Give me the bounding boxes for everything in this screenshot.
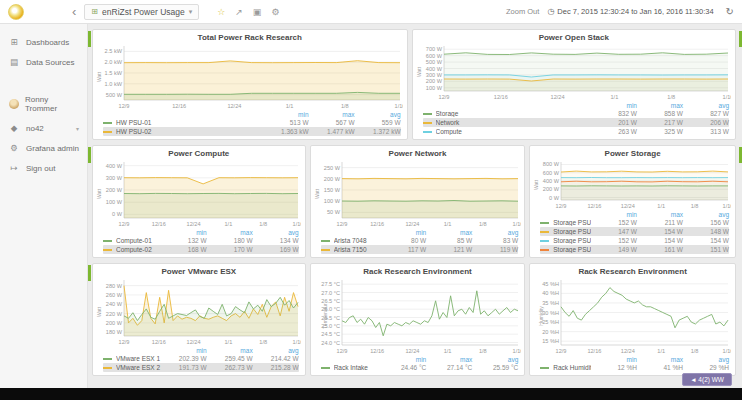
time-range-button[interactable]: ◷ Dec 7, 2015 12:30:24 to Jan 16, 2016 1…	[547, 7, 713, 16]
legend-row[interactable]: Compute263 W325 W313 W	[423, 127, 729, 136]
series-color-icon[interactable]	[103, 367, 112, 369]
time-series-chart[interactable]: 400 W300 W200 W100 W0 W12/912/1612/241/1…	[97, 159, 301, 228]
legend-series-label[interactable]: Compute-02	[116, 246, 161, 253]
signout-icon: ↦	[8, 163, 20, 173]
legend-table: minmaxavgStorage832 W858 W827 WNetwork20…	[413, 101, 735, 139]
series-color-icon[interactable]	[423, 113, 432, 115]
row-collapse-tab[interactable]	[88, 265, 91, 281]
series-color-icon[interactable]	[321, 240, 330, 242]
legend-table: minmaxavgVMware ESX 1202.39 W259.45 W214…	[93, 346, 305, 375]
legend-row[interactable]: Compute-02168 W170 W169 W	[103, 245, 299, 254]
time-series-chart[interactable]: 27.5 °C27.0 °C26.5 °C26.0 °C25.5 °C25.0 …	[315, 277, 521, 355]
panel-title[interactable]: Power Open Stack	[413, 30, 735, 43]
sidebar-item-ronny-trommer[interactable]: Ronny Trommer	[0, 90, 87, 118]
sidebar-item-data-sources[interactable]: ▤Data Sources	[0, 52, 87, 72]
time-series-chart[interactable]: 700 W600 W500 W400 W300 W200 W100 W12/91…	[417, 43, 731, 101]
legend-series-label[interactable]: Compute	[436, 128, 591, 135]
legend-row[interactable]: Storage PSU 1152 W211 W156 W	[540, 218, 729, 227]
legend-row[interactable]: Arista 704880 W85 W83 W	[321, 236, 519, 245]
legend-value-min: 80 W	[380, 237, 426, 244]
legend-series-label[interactable]: HW PSU-01	[116, 119, 263, 126]
svg-text:300 W: 300 W	[425, 72, 442, 78]
series-color-icon[interactable]	[103, 131, 112, 133]
legend-row[interactable]: HW PSU-01513 W567 W559 W	[103, 118, 401, 127]
time-series-chart[interactable]: 250 W200 W150 W100 W50 W12/912/1612/241/…	[315, 159, 521, 228]
legend-header-spacer	[103, 347, 161, 354]
zoom-out-button[interactable]: Zoom Out	[506, 7, 539, 16]
series-color-icon[interactable]	[540, 240, 549, 242]
avatar	[9, 99, 19, 109]
series-color-icon[interactable]	[540, 231, 549, 233]
panel-title[interactable]: Total Power Rack Research	[93, 30, 407, 43]
series-color-icon[interactable]	[321, 367, 330, 369]
panel-title[interactable]: Rack Research Environment	[530, 264, 735, 277]
back-chevron-icon[interactable]: ‹	[72, 4, 76, 19]
legend-row[interactable]: Network201 W217 W206 W	[423, 118, 729, 127]
legend-series-label[interactable]: Rack Intake	[334, 364, 381, 371]
series-color-icon[interactable]	[103, 122, 112, 124]
legend-row[interactable]: Storage PSU 4149 W161 W151 W	[540, 245, 729, 254]
legend-row[interactable]: Arista 7150117 W121 W119 W	[321, 245, 519, 254]
legend-row[interactable]: Compute-01132 W180 W134 W	[103, 236, 299, 245]
series-color-icon[interactable]	[103, 358, 112, 360]
legend-row[interactable]: VMware ESX 1202.39 W259.45 W214.42 W	[103, 354, 299, 363]
legend-series-label[interactable]: Arista 7048	[334, 237, 381, 244]
series-color-icon[interactable]	[103, 240, 112, 242]
panel-title[interactable]: Power Network	[311, 146, 525, 159]
legend-row[interactable]: Rack Humidity12 %H41 %H29 %H	[540, 363, 729, 372]
time-series-chart[interactable]: 2.5 kW2.0 kW1.5 kW1.0 kW500 W12/912/1612…	[97, 43, 403, 110]
star-icon[interactable]: ☆	[217, 7, 225, 17]
time-series-chart[interactable]: 45 %H40 %H35 %H30 %H25 %H20 %H15 %H12/91…	[534, 277, 731, 355]
svg-text:1/8: 1/8	[341, 103, 349, 109]
legend-series-label[interactable]: Storage PSU 1	[553, 219, 591, 226]
legend-series-label[interactable]: Arista 7150	[334, 246, 381, 253]
panel-title[interactable]: Power Compute	[93, 146, 305, 159]
legend-series-label[interactable]: Storage PSU 3	[553, 228, 591, 235]
legend-series-label[interactable]: VMware ESX 2	[116, 364, 161, 371]
legend-row[interactable]: Storage832 W858 W827 W	[423, 109, 729, 118]
legend-row[interactable]: HW PSU-021.363 kW1.477 kW1.372 kW	[103, 127, 401, 136]
series-color-icon[interactable]	[540, 367, 549, 369]
legend-row[interactable]: VMware ESX 2191.73 W262.73 W215.28 W	[103, 363, 299, 372]
legend-series-label[interactable]: Storage	[436, 110, 591, 117]
sidebar-item-dashboards[interactable]: ⊞Dashboards	[0, 32, 87, 52]
sidebar-item-no42[interactable]: ◆no42▾	[0, 118, 87, 138]
legend-series-label[interactable]: Storage PSU 4	[553, 246, 591, 253]
legend-series-label[interactable]: Storage PSU 2	[553, 237, 591, 244]
legend-row[interactable]: Rack Intake24.46 °C27.14 °C25.59 °C	[321, 363, 519, 372]
legend-series-label[interactable]: Compute-01	[116, 237, 161, 244]
dashboard-picker-button[interactable]: ⊞ enRiZst Power Usage ▾	[84, 4, 199, 20]
svg-text:1/16: 1/16	[293, 221, 301, 227]
legend-series-label[interactable]: Rack Humidity	[553, 364, 591, 371]
series-color-icon[interactable]	[103, 249, 112, 251]
y-axis-label: Watt	[416, 67, 422, 77]
panel-title[interactable]: Power VMware ESX	[93, 264, 305, 277]
legend-series-label[interactable]: Network	[436, 119, 591, 126]
series-color-icon[interactable]	[423, 122, 432, 124]
time-series-chart[interactable]: 280 W260 W240 W220 W200 W180 W12/912/161…	[97, 277, 301, 346]
row-collapse-tab[interactable]	[88, 31, 91, 47]
panel-title[interactable]: Power Storage	[530, 146, 735, 159]
legend-value-avg: 827 W	[683, 110, 729, 117]
legend-col-max: max	[207, 229, 253, 236]
series-color-icon[interactable]	[540, 222, 549, 224]
share-icon[interactable]: ↗	[235, 7, 243, 17]
legend-row[interactable]: Storage PSU 3147 W154 W148 W	[540, 227, 729, 236]
time-series-chart[interactable]: 800 W600 W400 W200 W0 W12/912/1612/241/1…	[534, 159, 731, 210]
gear-icon[interactable]: ⚙	[271, 7, 279, 17]
legend-series-label[interactable]: VMware ESX 1	[116, 355, 161, 362]
legend-table: minmaxavgStorage PSU 1152 W211 W156 WSto…	[530, 210, 735, 257]
panel-title[interactable]: Rack Research Environment	[311, 264, 525, 277]
refresh-icon[interactable]: ↻	[726, 6, 734, 17]
series-color-icon[interactable]	[321, 249, 330, 251]
series-color-icon[interactable]	[423, 131, 432, 133]
legend-series-label[interactable]: HW PSU-02	[116, 128, 263, 135]
save-icon[interactable]: ▣	[253, 7, 262, 17]
row-collapse-tab[interactable]	[88, 147, 91, 163]
legend-row[interactable]: Storage PSU 2152 W154 W154 W	[540, 236, 729, 245]
grafana-logo-icon[interactable]	[8, 4, 24, 20]
sidebar-item-sign-out[interactable]: ↦Sign out	[0, 158, 87, 178]
series-color-icon[interactable]	[540, 249, 549, 251]
legend-col-avg: avg	[472, 356, 518, 363]
sidebar-item-grafana-admin[interactable]: ⚙Grafana admin	[0, 138, 87, 158]
